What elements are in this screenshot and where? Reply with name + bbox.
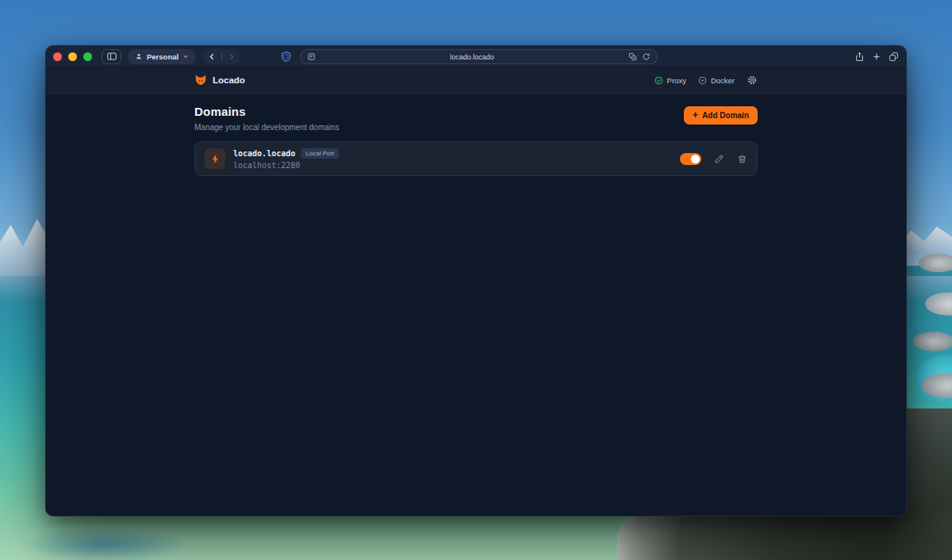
back-icon[interactable] [208, 52, 217, 61]
chevron-down-icon [182, 53, 189, 59]
url-text[interactable]: locado.locado [316, 53, 628, 61]
page-title: Domains [194, 105, 339, 119]
close-window-button[interactable] [53, 52, 62, 61]
wallpaper-water-shadow [12, 512, 234, 560]
add-domain-button[interactable]: + Add Domain [684, 106, 758, 125]
minimize-window-button[interactable] [68, 52, 77, 61]
share-icon[interactable] [854, 52, 865, 62]
check-circle-icon [654, 76, 663, 85]
browser-chrome-bar: Personal l [46, 46, 906, 67]
profile-label: Personal [147, 52, 178, 61]
delete-domain-button[interactable] [737, 154, 747, 164]
address-bar[interactable]: locado.locado [300, 49, 658, 64]
domain-row: locado.locado Local Port localhost:2280 [194, 141, 758, 176]
profile-switcher-button[interactable]: Personal [128, 49, 196, 64]
domain-icon-tile [205, 148, 225, 169]
domain-name: locado.locado [233, 149, 295, 158]
proxy-status: Proxy [654, 76, 686, 85]
user-icon [135, 52, 143, 60]
docker-status: Docker [698, 76, 735, 85]
zoom-window-button[interactable] [83, 52, 92, 61]
page-body: Domains Manage your local development do… [46, 94, 906, 516]
edit-domain-button[interactable] [714, 154, 724, 164]
domain-target: localhost:2280 [233, 161, 339, 170]
traffic-lights [53, 52, 92, 61]
app-brand-name: Locado [213, 75, 245, 85]
bolt-icon [210, 154, 221, 164]
reload-icon[interactable] [642, 52, 651, 61]
plus-icon: + [693, 110, 698, 121]
forward-icon[interactable] [227, 52, 236, 61]
wallpaper-boulders-right [906, 246, 952, 416]
shield-extension-icon[interactable] [277, 49, 294, 64]
page-subtitle: Manage your local development domains [194, 123, 339, 132]
translate-icon[interactable] [628, 52, 637, 61]
sidebar-toggle-icon[interactable] [102, 49, 121, 64]
app-header: Locado Proxy [46, 67, 906, 94]
app-brand: Locado [194, 74, 245, 86]
chrome-right-buttons: + [854, 51, 899, 62]
browser-window: Personal l [45, 45, 907, 516]
domain-enabled-toggle[interactable] [680, 153, 701, 165]
gear-icon[interactable] [747, 75, 758, 86]
proxy-status-label: Proxy [667, 76, 686, 85]
nav-buttons [202, 49, 241, 64]
dot-circle-icon [698, 76, 707, 85]
nav-divider [221, 52, 222, 60]
tab-overview-icon[interactable] [889, 52, 899, 62]
toggle-knob [691, 155, 700, 163]
reader-icon[interactable] [307, 52, 316, 61]
add-domain-label: Add Domain [702, 111, 749, 120]
fox-logo-icon [194, 74, 207, 86]
docker-status-label: Docker [711, 76, 735, 85]
new-tab-icon[interactable]: + [873, 51, 880, 62]
local-port-badge: Local Port [301, 148, 339, 159]
